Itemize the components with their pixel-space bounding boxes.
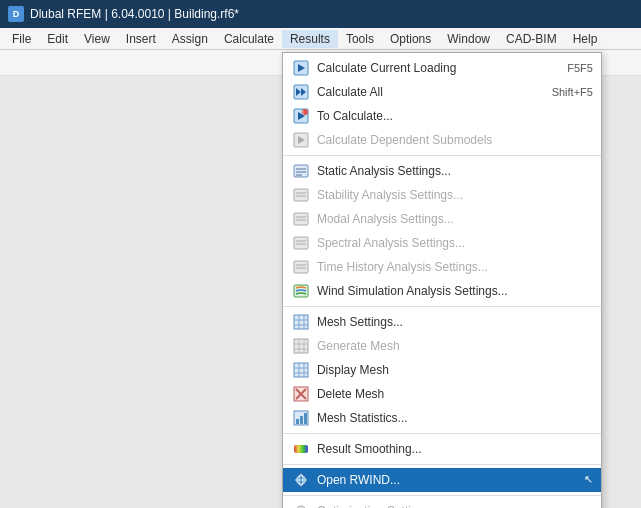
separator-3 xyxy=(283,433,601,434)
menu-to-calculate[interactable]: ! To Calculate... xyxy=(283,104,601,128)
calc-all-icon xyxy=(291,84,311,100)
menu-options[interactable]: Options xyxy=(382,28,439,49)
menu-generate-mesh: Generate Mesh xyxy=(283,334,601,358)
result-smoothing-icon xyxy=(291,441,311,457)
generate-mesh-icon xyxy=(291,338,311,354)
menu-open-rwind[interactable]: Open RWIND... ↖ xyxy=(283,468,601,492)
time-history-icon xyxy=(291,259,311,275)
calc-dep-icon xyxy=(291,132,311,148)
results-dropdown-menu: Calculate Current Loading F5 F5 Calculat… xyxy=(282,52,602,509)
menu-window[interactable]: Window xyxy=(439,28,498,49)
menu-delete-mesh[interactable]: Delete Mesh xyxy=(283,382,601,406)
static-settings-icon xyxy=(291,163,311,179)
separator-5 xyxy=(283,495,601,496)
menu-result-smoothing[interactable]: Result Smoothing... xyxy=(283,437,601,461)
spectral-settings-icon xyxy=(291,235,311,251)
calc-current-shortcut: F5 xyxy=(567,62,580,74)
calc-all-key: Shift+F5 xyxy=(552,86,593,98)
app-title: Dlubal RFEM | 6.04.0010 | Building.rf6* xyxy=(30,7,239,21)
svg-rect-21 xyxy=(294,237,308,249)
display-mesh-label: Display Mesh xyxy=(317,363,593,377)
svg-rect-24 xyxy=(294,261,308,273)
menu-file[interactable]: File xyxy=(4,28,39,49)
cursor-indicator: ↖ xyxy=(584,473,593,486)
svg-rect-49 xyxy=(304,413,307,424)
menu-cad-bim[interactable]: CAD-BIM xyxy=(498,28,565,49)
to-calc-icon: ! xyxy=(291,108,311,124)
svg-text:!: ! xyxy=(303,110,304,116)
separator-4 xyxy=(283,464,601,465)
to-calc-label: To Calculate... xyxy=(317,109,593,123)
mesh-stats-icon xyxy=(291,410,311,426)
open-rwind-icon xyxy=(291,472,311,488)
modal-settings-label: Modal Analysis Settings... xyxy=(317,212,593,226)
menu-mesh-settings[interactable]: Mesh Settings... xyxy=(283,310,601,334)
menu-modal-settings: Modal Analysis Settings... xyxy=(283,207,601,231)
menu-tools[interactable]: Tools xyxy=(338,28,382,49)
menu-mesh-stats[interactable]: Mesh Statistics... xyxy=(283,406,601,430)
stability-settings-label: Stability Analysis Settings... xyxy=(317,188,593,202)
calc-current-icon xyxy=(291,60,311,76)
svg-rect-15 xyxy=(294,189,308,201)
svg-rect-33 xyxy=(294,339,308,353)
calc-current-key: F5 xyxy=(580,62,593,74)
spectral-settings-label: Spectral Analysis Settings... xyxy=(317,236,593,250)
separator-1 xyxy=(283,155,601,156)
generate-mesh-label: Generate Mesh xyxy=(317,339,593,353)
stability-settings-icon xyxy=(291,187,311,203)
calc-all-label: Calculate All xyxy=(317,85,552,99)
menu-wind-sim-settings[interactable]: Wind Simulation Analysis Settings... xyxy=(283,279,601,303)
menu-view[interactable]: View xyxy=(76,28,118,49)
delete-mesh-icon xyxy=(291,386,311,402)
optimization-label: Optimization Settings... xyxy=(317,504,593,509)
optimization-icon xyxy=(291,503,311,509)
menu-assign[interactable]: Assign xyxy=(164,28,216,49)
app-icon: D xyxy=(8,6,24,22)
mesh-stats-label: Mesh Statistics... xyxy=(317,411,593,425)
menu-optimization-settings: Optimization Settings... xyxy=(283,499,601,509)
static-settings-label: Static Analysis Settings... xyxy=(317,164,593,178)
svg-rect-38 xyxy=(294,363,308,377)
menu-bar: File Edit View Insert Assign Calculate R… xyxy=(0,28,641,50)
menu-edit[interactable]: Edit xyxy=(39,28,76,49)
calc-current-label: Calculate Current Loading xyxy=(317,61,547,75)
menu-spectral-settings: Spectral Analysis Settings... xyxy=(283,231,601,255)
mesh-settings-icon xyxy=(291,314,311,330)
mesh-settings-label: Mesh Settings... xyxy=(317,315,593,329)
calc-dependent-label: Calculate Dependent Submodels xyxy=(317,133,593,147)
title-bar: D Dlubal RFEM | 6.04.0010 | Building.rf6… xyxy=(0,0,641,28)
modal-settings-icon xyxy=(291,211,311,227)
menu-insert[interactable]: Insert xyxy=(118,28,164,49)
delete-mesh-label: Delete Mesh xyxy=(317,387,593,401)
svg-rect-18 xyxy=(294,213,308,225)
menu-display-mesh[interactable]: Display Mesh xyxy=(283,358,601,382)
menu-calc-current[interactable]: Calculate Current Loading F5 F5 xyxy=(283,56,601,80)
time-history-label: Time History Analysis Settings... xyxy=(317,260,593,274)
wind-sim-label: Wind Simulation Analysis Settings... xyxy=(317,284,593,298)
svg-rect-50 xyxy=(294,445,308,453)
menu-results[interactable]: Results xyxy=(282,30,338,48)
menu-calculate[interactable]: Calculate xyxy=(216,28,282,49)
separator-2 xyxy=(283,306,601,307)
open-rwind-label: Open RWIND... xyxy=(317,473,580,487)
wind-sim-icon xyxy=(291,283,311,299)
menu-time-history-settings: Time History Analysis Settings... xyxy=(283,255,601,279)
result-smoothing-label: Result Smoothing... xyxy=(317,442,593,456)
menu-calc-all[interactable]: Calculate All Shift+F5 xyxy=(283,80,601,104)
svg-rect-48 xyxy=(300,416,303,424)
svg-rect-28 xyxy=(294,315,308,329)
display-mesh-icon xyxy=(291,362,311,378)
menu-help[interactable]: Help xyxy=(565,28,606,49)
menu-stability-settings: Stability Analysis Settings... xyxy=(283,183,601,207)
menu-static-settings[interactable]: Static Analysis Settings... xyxy=(283,159,601,183)
menu-calc-dependent: Calculate Dependent Submodels xyxy=(283,128,601,152)
svg-rect-47 xyxy=(296,419,299,424)
